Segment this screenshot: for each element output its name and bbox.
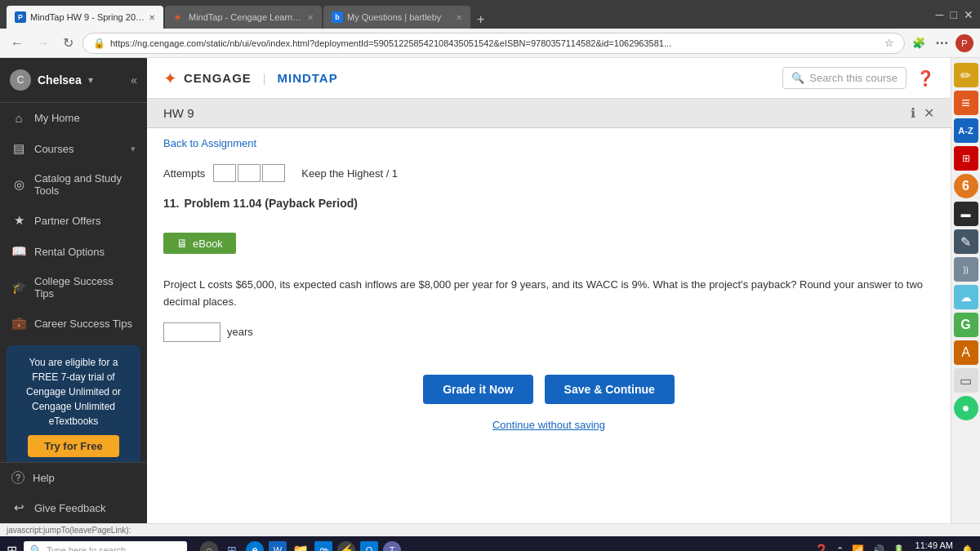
- profile-avatar[interactable]: P: [956, 34, 973, 52]
- taskbar-battery-icon[interactable]: 🔋: [893, 544, 905, 551]
- rt-orange-circle-icon[interactable]: 6: [954, 174, 978, 198]
- attempts-boxes: [213, 164, 285, 182]
- info-icon[interactable]: ℹ: [911, 105, 915, 121]
- maximize-button[interactable]: □: [951, 8, 957, 21]
- lock-icon: 🔒: [93, 38, 105, 49]
- rt-office-icon[interactable]: ⊞: [954, 146, 978, 171]
- new-tab-button[interactable]: +: [472, 11, 489, 29]
- taskbar-teams-icon[interactable]: T: [383, 541, 401, 551]
- browser-window-controls: ─ □ ✕: [936, 8, 973, 21]
- app-layout: C Chelsea ▾ « ⌂ My Home ▤ Courses ▾ ◎ Ca…: [0, 58, 980, 523]
- taskbar-thunder-icon[interactable]: ⚡: [337, 541, 355, 551]
- taskbar-folder-icon[interactable]: 📁: [292, 541, 310, 551]
- attempt-box-3[interactable]: [262, 164, 285, 182]
- rt-anki-icon[interactable]: A: [954, 340, 978, 365]
- sidebar-item-career-success[interactable]: 💼 Career Success Tips: [0, 308, 147, 339]
- attempt-box-1[interactable]: [213, 164, 236, 182]
- ebook-button[interactable]: 🖥 eBook: [163, 233, 236, 254]
- problem-number: 11.: [163, 197, 179, 210]
- feedback-icon: ↩: [11, 500, 26, 515]
- sidebar-item-my-home[interactable]: ⌂ My Home: [0, 103, 147, 133]
- address-bar[interactable]: 🔒 https://ng.cengage.com/static/nb/ui/ev…: [82, 33, 905, 54]
- continue-without-saving-link[interactable]: Continue without saving: [147, 419, 951, 431]
- reload-button[interactable]: ↻: [59, 33, 78, 52]
- taskbar-circle-icon[interactable]: ○: [200, 541, 218, 551]
- attempt-box-2[interactable]: [238, 164, 261, 182]
- courses-icon: ▤: [11, 141, 26, 156]
- taskbar-edge-icon[interactable]: e: [246, 541, 264, 551]
- grade-it-now-button[interactable]: Grade it Now: [423, 375, 532, 404]
- tab-close-2[interactable]: ✕: [307, 13, 314, 22]
- problem-text: Project L costs $65,000, its expected ca…: [163, 277, 934, 311]
- sidebar-label-feedback: Give Feedback: [34, 502, 105, 514]
- taskbar-right: ❓ ⌃ 📶 🔊 🔋 11:49 AM 4/18/2021 🔔: [814, 540, 973, 551]
- back-to-assignment-link[interactable]: Back to Assignment: [163, 137, 256, 149]
- sidebar-item-courses[interactable]: ▤ Courses ▾: [0, 133, 147, 164]
- taskbar-notification-icon[interactable]: 🔔: [961, 544, 973, 551]
- close-button[interactable]: ✕: [964, 8, 973, 21]
- attempts-label: Attempts: [163, 167, 205, 180]
- sidebar-label-partner: Partner Offers: [34, 215, 136, 227]
- rt-wifi-icon[interactable]: )): [954, 257, 978, 282]
- right-toolbar: ✏ ≡ A-Z ⊞ 6 ▬ ✎ )) ☁ G A ▭ ●: [951, 58, 980, 523]
- rt-cloud-icon[interactable]: ☁: [954, 285, 978, 309]
- taskbar-outlook-icon[interactable]: O: [360, 541, 378, 551]
- sidebar-item-college-success[interactable]: 🎓 College Success Tips: [0, 267, 147, 308]
- sidebar-label-career: Career Success Tips: [34, 318, 136, 330]
- forward-nav-button[interactable]: →: [33, 34, 54, 52]
- tab-bartleby[interactable]: b My Questions | bartleby ✕: [323, 6, 470, 29]
- sidebar-item-help[interactable]: ? Help: [0, 463, 147, 492]
- rt-rss-icon[interactable]: ≡: [954, 91, 978, 115]
- rt-dark-rect-icon[interactable]: ▬: [954, 202, 978, 226]
- search-course-box[interactable]: 🔍 Search this course: [782, 67, 906, 89]
- back-nav-button[interactable]: ←: [7, 34, 28, 52]
- promo-text: You are eligible for a FREE 7-day trial …: [26, 357, 121, 427]
- taskbar-grid-icon[interactable]: ⊞: [223, 541, 241, 551]
- address-text: https://ng.cengage.com/static/nb/ui/evo/…: [110, 38, 880, 48]
- taskbar-wifi-icon[interactable]: 📶: [852, 544, 864, 551]
- star-icon[interactable]: ☆: [884, 37, 894, 49]
- tab-mindtap-hw[interactable]: P MindTap HW 9 - Spring 2021 - F... ✕: [7, 6, 163, 29]
- answer-input[interactable]: [163, 322, 220, 342]
- sidebar-user-section[interactable]: C Chelsea ▾ «: [0, 58, 147, 103]
- taskbar-search[interactable]: 🔍 Type here to search: [24, 541, 187, 551]
- try-for-free-button[interactable]: Try for Free: [28, 435, 119, 457]
- rt-green-circle-icon[interactable]: ●: [954, 396, 978, 420]
- start-button[interactable]: ⊞: [7, 543, 17, 552]
- minimize-button[interactable]: ─: [936, 8, 944, 21]
- rt-white-box-icon[interactable]: ▭: [954, 368, 978, 393]
- help-circle-icon[interactable]: ❓: [916, 69, 934, 87]
- sidebar-item-catalog[interactable]: ◎ Catalog and Study Tools: [0, 164, 147, 205]
- catalog-icon: ◎: [11, 177, 26, 192]
- tab-close-1[interactable]: ✕: [149, 13, 155, 22]
- taskbar-speaker-icon[interactable]: 🔊: [872, 544, 884, 551]
- rt-notepad-icon[interactable]: ✎: [954, 229, 978, 254]
- sidebar-item-partner-offers[interactable]: ★ Partner Offers: [0, 205, 147, 236]
- tab-cengage[interactable]: ✦ MindTap - Cengage Learning ✕: [165, 6, 322, 29]
- taskbar-word-icon[interactable]: W: [269, 541, 287, 551]
- sidebar-nav: ⌂ My Home ▤ Courses ▾ ◎ Catalog and Stud…: [0, 103, 147, 462]
- sidebar-item-feedback[interactable]: ↩ Give Feedback: [0, 492, 147, 523]
- home-icon: ⌂: [11, 111, 26, 125]
- keep-highest-label: Keep the Highest / 1: [301, 167, 398, 180]
- address-bar-icons: ☆: [884, 37, 894, 49]
- taskbar-store-icon[interactable]: 🛍: [314, 541, 332, 551]
- main-content: ✦ CENGAGE | MINDTAP 🔍 Search this course…: [147, 58, 951, 523]
- rt-pencil-icon[interactable]: ✏: [954, 63, 978, 87]
- sidebar-item-rental-options[interactable]: 📖 Rental Options: [0, 236, 147, 267]
- close-hw-icon[interactable]: ✕: [924, 105, 934, 121]
- clock-time: 11:49 AM: [913, 540, 953, 550]
- tab-title-1: MindTap HW 9 - Spring 2021 - F...: [30, 12, 145, 22]
- extensions-icon[interactable]: 🧩: [910, 34, 928, 52]
- search-taskbar-icon: 🔍: [30, 544, 42, 551]
- sidebar-label-courses: Courses: [34, 143, 122, 155]
- rt-az-icon[interactable]: A-Z: [954, 118, 978, 143]
- sidebar-label-rental: Rental Options: [34, 246, 136, 258]
- save-continue-button[interactable]: Save & Continue: [545, 375, 675, 404]
- more-options-icon[interactable]: ⋯: [933, 34, 951, 52]
- taskbar-help-icon[interactable]: ❓: [814, 544, 828, 551]
- tab-close-3[interactable]: ✕: [456, 13, 462, 22]
- taskbar-up-icon[interactable]: ⌃: [836, 545, 844, 552]
- sidebar-collapse-icon[interactable]: «: [131, 73, 137, 87]
- rt-google-icon[interactable]: G: [954, 313, 978, 337]
